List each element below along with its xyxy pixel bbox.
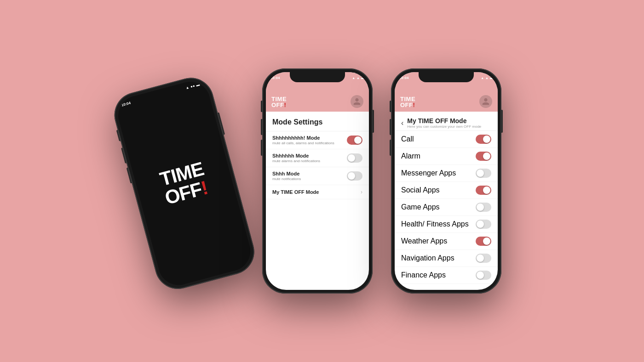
wifi-icon-3: ▲ (481, 76, 484, 79)
row-my-time-off[interactable]: My TIME OFF Mode › (266, 185, 369, 199)
row-weather[interactable]: Weather Apps (395, 233, 498, 250)
mode-settings-content: Mode Settings Shhhhhhhhh! Mode mute all … (266, 112, 369, 290)
row-title-navigation: Navigation Apps (401, 254, 454, 262)
status-bar-2: 10:04 ▲ ▲ ▬ (266, 72, 369, 82)
signal-icon-2: ▲ (356, 76, 360, 79)
row-title-alarm: Alarm (401, 152, 420, 160)
row-alarm[interactable]: Alarm (395, 148, 498, 165)
row-call[interactable]: Call (395, 131, 498, 148)
toggle-finance[interactable] (476, 271, 491, 280)
splash-title: TIME OFF! (158, 159, 211, 208)
row-shhhhhh[interactable]: Shhhhhh Mode mute alarms and notificatio… (266, 149, 369, 167)
status-bar-3: 10:04 ▲ ▲ ▬ (395, 72, 498, 82)
row-shhh[interactable]: Shhh Mode mute notifications (266, 167, 369, 185)
screen-title-block-3: My TIME OFF Mode Here you can customize … (407, 117, 481, 129)
row-title-messenger: Messenger Apps (401, 169, 456, 177)
row-title-shhhhhh: Shhhhhh Mode (272, 153, 320, 158)
header-off-3: OFF! (400, 102, 415, 108)
row-game[interactable]: Game Apps (395, 199, 498, 216)
row-messenger[interactable]: Messenger Apps (395, 165, 498, 182)
row-text-shhhhhhhhhh: Shhhhhhhhh! Mode mute all calls, alarms … (272, 135, 334, 145)
status-icons-3: ▲ ▲ ▬ (481, 76, 493, 79)
app-header-title-3: TIME OFF! (400, 96, 415, 108)
row-subtitle-shhhhhhhhhh: mute all calls, alarms and notifications (272, 141, 334, 145)
phone2-time: 10:04 (270, 76, 280, 80)
splash-status-icons: ▲ ●● ▬ (185, 82, 200, 90)
splash-screen: 10:04 ▲ ●● ▬ TIME OFF! (114, 77, 255, 289)
row-title-shhh: Shhh Mode (272, 171, 301, 176)
battery-icon-3: ▬ (490, 76, 493, 79)
phone-mode-settings: 10:04 ▲ ▲ ▬ TIME OFF! (262, 68, 373, 294)
mode-settings-screen: 10:04 ▲ ▲ ▬ TIME OFF! (266, 72, 369, 290)
phone3-time: 10:04 (399, 76, 408, 80)
my-time-off-subtitle: Here you can customize your own OFF mode (407, 124, 481, 129)
toggle-health[interactable] (476, 220, 491, 229)
splash-time: 10:04 (121, 101, 131, 107)
header-exclaim-2: ! (284, 102, 287, 108)
notch-2 (290, 72, 345, 82)
back-button[interactable]: ‹ (401, 119, 403, 127)
row-finance[interactable]: Finance Apps (395, 267, 498, 284)
chevron-my-time-off: › (361, 189, 362, 195)
phone-my-time-off: 10:04 ▲ ▲ ▬ TIME OFF! (391, 68, 501, 294)
status-bar-splash: 10:04 ▲ ●● ▬ (114, 77, 207, 111)
row-subtitle-shhh: mute notifications (272, 177, 301, 181)
toggle-game[interactable] (476, 203, 491, 212)
signal-icon: ●● (190, 84, 196, 89)
toggle-call[interactable] (476, 135, 491, 144)
row-health[interactable]: Health/ Fitness Apps (395, 216, 498, 233)
user-icon-2[interactable] (351, 95, 363, 108)
toggle-shhh[interactable] (347, 171, 362, 181)
mode-settings-title: Mode Settings (266, 112, 369, 131)
my-time-off-screen: 10:04 ▲ ▲ ▬ TIME OFF! (395, 72, 498, 290)
row-title-social: Social Apps (401, 186, 440, 194)
toggle-alarm[interactable] (476, 152, 491, 161)
phone-splash: 10:04 ▲ ●● ▬ TIME OFF! (109, 73, 259, 294)
row-text-my-time-off: My TIME OFF Mode (272, 189, 319, 195)
row-text-shhhhhh: Shhhhhh Mode mute alarms and notificatio… (272, 153, 320, 163)
row-title-finance: Finance Apps (401, 271, 446, 279)
screen-title-row-3: ‹ My TIME OFF Mode Here you can customiz… (395, 112, 498, 131)
row-navigation[interactable]: Navigation Apps (395, 250, 498, 267)
battery-icon: ▬ (196, 82, 200, 87)
row-subtitle-shhhhhh: mute alarms and notifications (272, 159, 320, 163)
status-icons-2: ▲ ▲ ▬ (352, 76, 364, 79)
row-social[interactable]: Social Apps (395, 182, 498, 199)
row-title-shhhhhhhhhh: Shhhhhhhhh! Mode (272, 135, 334, 141)
wifi-icon: ▲ (185, 85, 190, 90)
app-header-title-2: TIME OFF! (271, 96, 287, 108)
row-text-shhh: Shhh Mode mute notifications (272, 171, 301, 181)
header-exclaim-3: ! (413, 102, 415, 108)
app-header-3: TIME OFF! (395, 82, 498, 112)
my-time-off-title: My TIME OFF Mode (407, 117, 481, 124)
row-title-my-time-off: My TIME OFF Mode (272, 189, 319, 195)
toggle-social[interactable] (476, 186, 491, 195)
signal-icon-3: ▲ (485, 76, 489, 79)
toggle-shhhhhhhhhh[interactable] (347, 136, 362, 145)
toggle-weather[interactable] (476, 237, 491, 246)
row-title-call: Call (401, 135, 414, 143)
app-header-2: TIME OFF! (266, 82, 369, 112)
header-off-2: OFF! (271, 102, 287, 108)
notch-3 (419, 72, 474, 82)
row-title-health: Health/ Fitness Apps (401, 220, 469, 228)
wifi-icon-2: ▲ (352, 76, 355, 79)
battery-icon-2: ▬ (361, 76, 364, 79)
user-icon-3[interactable] (479, 95, 492, 108)
toggle-shhhhhh[interactable] (347, 153, 362, 163)
row-title-weather: Weather Apps (401, 237, 447, 245)
toggle-navigation[interactable] (476, 254, 491, 263)
row-shhhhhhhhhh[interactable]: Shhhhhhhhh! Mode mute all calls, alarms … (266, 131, 369, 149)
my-time-off-content: ‹ My TIME OFF Mode Here you can customiz… (395, 112, 498, 290)
row-title-game: Game Apps (401, 203, 440, 211)
scene: 10:04 ▲ ●● ▬ TIME OFF! (143, 68, 501, 294)
toggle-messenger[interactable] (476, 169, 491, 178)
